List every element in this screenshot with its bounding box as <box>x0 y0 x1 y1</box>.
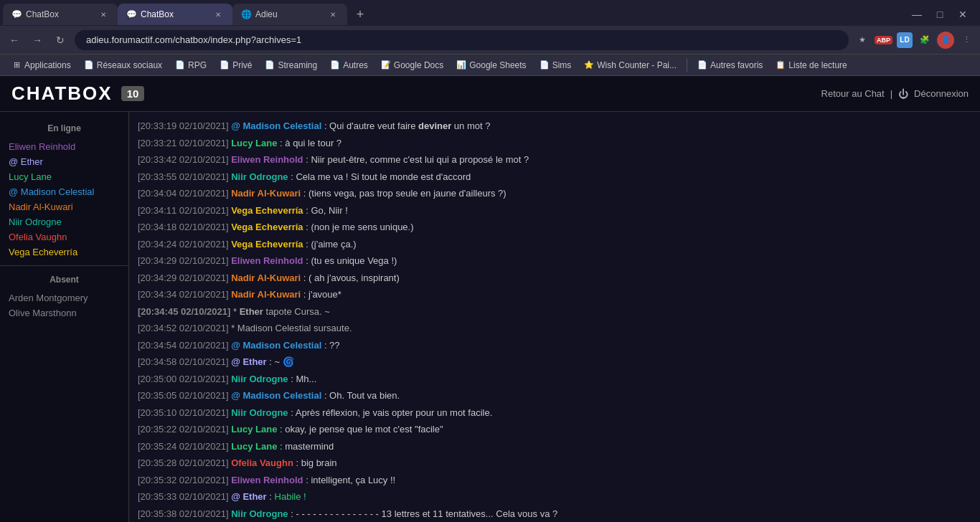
tab-1[interactable]: 💬 ChatBox ✕ <box>3 4 118 25</box>
close-window-button[interactable]: ✕ <box>954 6 971 23</box>
window-controls: — □ ✕ <box>908 6 977 23</box>
timestamp-4: [20:33:55 02/10/2021] <box>138 171 229 182</box>
sender-22: Eliwen Reinhold <box>231 475 303 485</box>
sender-3: Eliwen Reinhold <box>231 154 303 165</box>
address-bar: ← → ↻ ★ ABP LD 🧩 👤 ⋮ <box>0 26 980 54</box>
sidebar-user-niir[interactable]: Niir Odrogne <box>0 214 128 229</box>
chat-message-20: [20:35:24 02/10/2021] Lucy Lane : master… <box>138 438 971 455</box>
tab-1-close[interactable]: ✕ <box>98 9 109 20</box>
chat-message-18: [20:35:10 02/10/2021] Niir Odrogne : Apr… <box>138 404 971 422</box>
sidebar-user-vega[interactable]: Vega Echeverría <box>0 245 128 260</box>
bookmark-autres-label: Autres <box>343 60 368 70</box>
text-22: : intelligent, ça Lucy !! <box>306 475 395 485</box>
apps-bm-icon: ⊞ <box>11 60 22 70</box>
text-8: : (j'aime ça.) <box>306 239 356 250</box>
sidebar-divider <box>0 265 128 266</box>
sidebar: En ligne Eliwen Reinhold @ Ether Lucy La… <box>0 112 129 522</box>
sender-14: @ Madison Celestial <box>231 340 321 351</box>
abp-icon[interactable]: ABP <box>875 36 892 44</box>
sender-21: Ofelia Vaughn <box>231 457 293 468</box>
maximize-button[interactable]: □ <box>931 6 948 23</box>
timestamp-23: [20:35:33 02/10/2021] <box>138 491 229 502</box>
sidebar-user-arden[interactable]: Arden Montgomery <box>0 290 128 305</box>
timestamp-2: [20:33:21 02/10/2021] <box>138 138 229 148</box>
refresh-button[interactable]: ↻ <box>52 32 69 49</box>
sidebar-user-ether[interactable]: @ Ether <box>0 154 128 169</box>
sender-4: Niir Odrogne <box>231 171 288 182</box>
tab-2-icon: 💬 <box>126 9 136 19</box>
sims-bm-icon: 📄 <box>540 60 550 70</box>
timestamp-6: [20:34:11 02/10/2021] <box>138 205 229 216</box>
forward-button[interactable]: → <box>29 32 46 49</box>
bookmark-gdocs[interactable]: 📝 Google Docs <box>375 59 449 72</box>
menu-icon[interactable]: ⋮ <box>958 32 974 48</box>
chat-message-5: [20:34:04 02/10/2021] Nadir Al-Kuwari : … <box>138 185 971 202</box>
tab-3-close[interactable]: ✕ <box>327 9 339 20</box>
bookmark-gsheets[interactable]: 📊 Google Sheets <box>451 59 532 72</box>
sidebar-user-madison[interactable]: @ Madison Celestial <box>0 184 128 199</box>
text-21: : big brain <box>296 457 336 468</box>
return-to-chat-link[interactable]: Retour au Chat <box>821 88 885 99</box>
logout-link[interactable]: Déconnexion <box>914 88 969 99</box>
text-11: : j'avoue* <box>303 289 341 300</box>
bookmark-prive[interactable]: 📄 Privé <box>214 59 258 72</box>
minimize-button[interactable]: — <box>908 6 925 23</box>
timestamp-12: [20:34:45 02/10/2021] <box>138 306 230 317</box>
tab-1-icon: 💬 <box>11 9 22 19</box>
bookmark-apps[interactable]: ⊞ Applications <box>6 59 77 72</box>
bookmark-streaming[interactable]: 📄 Streaming <box>259 59 323 72</box>
timestamp-13: [20:34:52 02/10/2021] <box>138 323 229 333</box>
bookmark-wish-label: Wish Counter - Pai... <box>597 60 677 70</box>
sidebar-user-olive[interactable]: Olive Marsthonn <box>0 305 128 321</box>
liste-bm-icon: 📋 <box>776 60 786 70</box>
chat-message-2: [20:33:21 02/10/2021] Lucy Lane : à qui … <box>138 135 971 152</box>
tab-2-close[interactable]: ✕ <box>212 9 224 20</box>
new-tab-button[interactable]: + <box>350 4 370 24</box>
profile-avatar[interactable]: 👤 <box>937 32 954 49</box>
text-23: : Habile ! <box>269 491 306 502</box>
chat-message-17: [20:35:05 02/10/2021] @ Madison Celestia… <box>138 387 971 404</box>
timestamp-22: [20:35:32 02/10/2021] <box>138 475 229 485</box>
bookmark-liste[interactable]: 📋 Liste de lecture <box>770 59 852 72</box>
bookmark-reseaux[interactable]: 📄 Réseaux sociaux <box>78 59 168 72</box>
text-3: : Niir peut-être, comme c'est lui qui a … <box>306 154 529 165</box>
sender-24: Niir Odrogne <box>231 508 288 519</box>
text-10: : ( ah j'avous, inspirant) <box>303 272 400 283</box>
sender-9: Eliwen Reinhold <box>231 255 303 266</box>
browser-chrome: 💬 ChatBox ✕ 💬 ChatBox ✕ 🌐 Adieu ✕ + — □ … <box>0 0 980 76</box>
sender-16: Niir Odrogne <box>231 374 288 384</box>
bookmark-rpg[interactable]: 📄 RPG <box>169 59 212 72</box>
timestamp-8: [20:34:24 02/10/2021] <box>138 239 229 250</box>
tab-2[interactable]: 💬 ChatBox ✕ <box>118 4 232 25</box>
text-4: : Cela me va ! Si tout le monde est d'ac… <box>291 171 471 182</box>
bookmark-autresfav[interactable]: 📄 Autres favoris <box>692 59 768 72</box>
timestamp-16: [20:35:00 02/10/2021] <box>138 374 229 384</box>
star-icon[interactable]: ★ <box>854 32 870 48</box>
rpg-bm-icon: 📄 <box>175 60 185 70</box>
bookmark-sims[interactable]: 📄 Sims <box>534 59 578 72</box>
sidebar-user-ofelia[interactable]: Ofelia Vaughn <box>0 229 128 245</box>
sender-20: Lucy Lane <box>231 441 277 452</box>
sender-6: Vega Echeverría <box>231 205 303 216</box>
sidebar-user-eliwen[interactable]: Eliwen Reinhold <box>0 139 128 154</box>
timestamp-5: [20:34:04 02/10/2021] <box>138 188 229 199</box>
chat-message-10: [20:34:29 02/10/2021] Nadir Al-Kuwari : … <box>138 270 971 287</box>
timestamp-15: [20:34:58 02/10/2021] <box>138 356 229 367</box>
chat-message-23: [20:35:33 02/10/2021] @ Ether : Habile ! <box>138 488 971 506</box>
chat-message-7: [20:34:18 02/10/2021] Vega Echeverría : … <box>138 219 971 236</box>
text-6: : Go, Niir ! <box>306 205 348 216</box>
back-button[interactable]: ← <box>6 32 23 49</box>
timestamp-7: [20:34:18 02/10/2021] <box>138 222 229 232</box>
chat-area[interactable]: [20:33:19 02/10/2021] @ Madison Celestia… <box>129 112 980 522</box>
bookmark-autres[interactable]: 📄 Autres <box>324 59 374 72</box>
sidebar-user-lucy[interactable]: Lucy Lane <box>0 169 128 184</box>
chat-message-9: [20:34:29 02/10/2021] Eliwen Reinhold : … <box>138 252 971 270</box>
ld-icon[interactable]: LD <box>897 32 913 48</box>
bookmark-wish[interactable]: ⭐ Wish Counter - Pai... <box>578 59 682 72</box>
address-input[interactable] <box>75 30 849 50</box>
chat-message-13: [20:34:52 02/10/2021] * Madison Celestia… <box>138 320 971 337</box>
tab-3[interactable]: 🌐 Adieu ✕ <box>232 4 347 25</box>
extensions-icon[interactable]: 🧩 <box>917 32 933 48</box>
sidebar-user-nadir[interactable]: Nadir Al-Kuwari <box>0 199 128 214</box>
gdocs-bm-icon: 📝 <box>381 60 391 70</box>
